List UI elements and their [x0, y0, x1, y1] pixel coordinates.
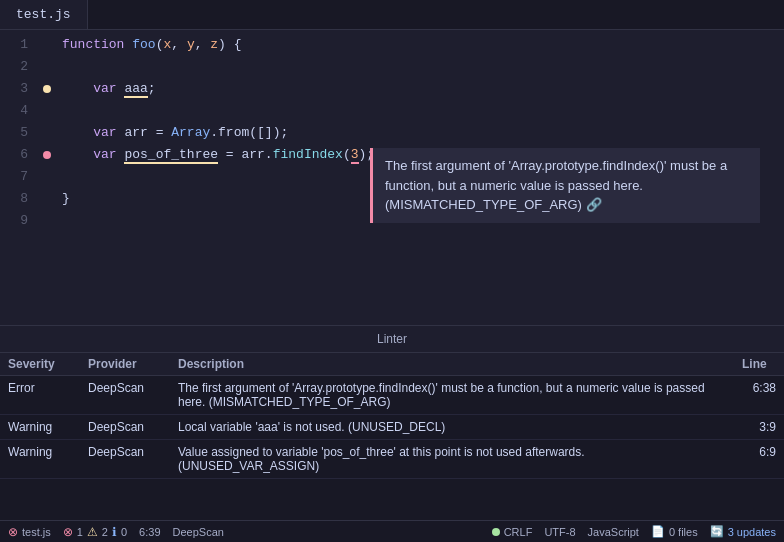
provider-label: DeepScan [173, 526, 224, 538]
status-files: 📄 0 files [651, 525, 698, 538]
position-label: 6:39 [139, 526, 160, 538]
col-header-description: Description [170, 353, 734, 376]
provider-1: DeepScan [80, 376, 170, 415]
linter-row-2[interactable]: Warning DeepScan Local variable 'aaa' is… [0, 415, 784, 440]
line-number-7: 7 [0, 166, 40, 188]
description-1: The first argument of 'Array.prototype.f… [170, 376, 734, 415]
code-line-4: 4 [0, 100, 784, 122]
col-header-provider: Provider [80, 353, 170, 376]
code-content-8: } [54, 188, 70, 210]
warning-count: 2 [102, 526, 108, 538]
line-number-2: 2 [0, 56, 40, 78]
linter-table-header: Severity Provider Description Line [0, 353, 784, 376]
status-right: CRLF UTF-8 JavaScript 📄 0 files 🔄 3 upda… [492, 525, 776, 538]
error-tooltip: The first argument of 'Array.prototype.f… [370, 148, 760, 223]
code-content-5: var arr = Array.from([]); [54, 122, 288, 144]
code-line-1: 1 function foo(x, y, z) { [0, 34, 784, 56]
code-line-3: 3 var aaa; [0, 78, 784, 100]
line-number-6: 6 [0, 144, 40, 166]
code-line-2: 2 [0, 56, 784, 78]
tab-label: test.js [16, 7, 71, 22]
line-number-5: 5 [0, 122, 40, 144]
updates-label: 3 updates [728, 526, 776, 538]
editor-area: 1 function foo(x, y, z) { 2 3 var aaa; 4… [0, 30, 784, 325]
status-bar: ⊗ test.js ⊗ 1 ⚠ 2 ℹ 0 6:39 DeepScan CRLF… [0, 520, 784, 542]
line-2: 3:9 [734, 415, 784, 440]
line-number-8: 8 [0, 188, 40, 210]
line-number-3: 3 [0, 78, 40, 100]
status-dot-green-item: CRLF [492, 526, 533, 538]
line-1: 6:38 [734, 376, 784, 415]
status-errors[interactable]: ⊗ 1 ⚠ 2 ℹ 0 [63, 525, 127, 539]
line-number-4: 4 [0, 100, 40, 122]
language-label: JavaScript [588, 526, 639, 538]
col-header-severity: Severity [0, 353, 80, 376]
linter-row-3[interactable]: Warning DeepScan Value assigned to varia… [0, 440, 784, 479]
status-error-icon: ⊗ [8, 525, 18, 539]
tooltip-text: The first argument of 'Array.prototype.f… [385, 158, 727, 212]
line-number-9: 9 [0, 210, 40, 232]
info-count-icon: ℹ [112, 525, 117, 539]
severity-3: Warning [0, 440, 80, 479]
description-2: Local variable 'aaa' is not used. (UNUSE… [170, 415, 734, 440]
error-count: 1 [77, 526, 83, 538]
code-line-5: 5 var arr = Array.from([]); [0, 122, 784, 144]
warning-count-icon: ⚠ [87, 525, 98, 539]
line-3: 6:9 [734, 440, 784, 479]
code-content-3: var aaa; [54, 78, 156, 100]
code-content-1: function foo(x, y, z) { [54, 34, 242, 56]
error-count-icon: ⊗ [63, 525, 73, 539]
line-dot-3 [40, 85, 54, 93]
encoding-label: CRLF [504, 526, 533, 538]
provider-3: DeepScan [80, 440, 170, 479]
files-label: 0 files [669, 526, 698, 538]
status-filename-label: test.js [22, 526, 51, 538]
status-position: 6:39 [139, 526, 160, 538]
tab-bar: test.js [0, 0, 784, 30]
line-number-1: 1 [0, 34, 40, 56]
code-content-6: var pos_of_three = arr.findIndex(3); [54, 144, 374, 166]
status-charset: UTF-8 [544, 526, 575, 538]
files-icon: 📄 [651, 525, 665, 538]
linter-title: Linter [377, 332, 407, 346]
linter-header: Linter [0, 326, 784, 353]
updates-icon: 🔄 [710, 525, 724, 538]
status-updates[interactable]: 🔄 3 updates [710, 525, 776, 538]
line-dot-6 [40, 151, 54, 159]
severity-2: Warning [0, 415, 80, 440]
status-language[interactable]: JavaScript [588, 526, 639, 538]
status-filename: ⊗ test.js [8, 525, 51, 539]
description-3: Value assigned to variable 'pos_of_three… [170, 440, 734, 479]
col-header-line: Line [734, 353, 784, 376]
tab-test-js[interactable]: test.js [0, 0, 88, 29]
tooltip-link[interactable]: 🔗 [586, 197, 602, 212]
provider-2: DeepScan [80, 415, 170, 440]
linter-table: Severity Provider Description Line Error… [0, 353, 784, 479]
info-count: 0 [121, 526, 127, 538]
status-provider: DeepScan [173, 526, 224, 538]
linter-panel: Linter Severity Provider Description Lin… [0, 325, 784, 520]
severity-1: Error [0, 376, 80, 415]
linter-row-1[interactable]: Error DeepScan The first argument of 'Ar… [0, 376, 784, 415]
charset-label: UTF-8 [544, 526, 575, 538]
status-green-dot [492, 528, 500, 536]
